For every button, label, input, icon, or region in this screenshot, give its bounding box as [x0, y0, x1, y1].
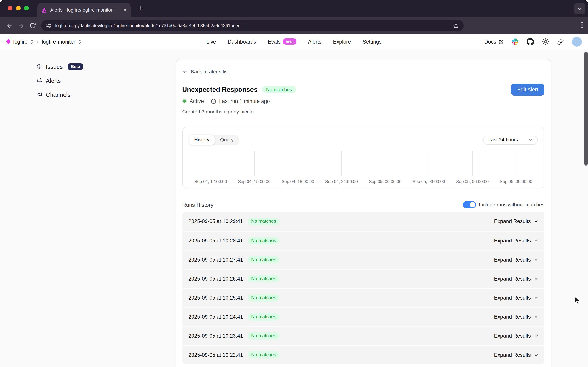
chart-x-label: Sep 04, 21:00:00	[320, 179, 363, 184]
tab-query[interactable]: Query	[215, 135, 239, 145]
chart-x-labels: Sep 04, 12:00:00Sep 04, 15:00:00Sep 04, …	[189, 179, 538, 184]
run-timestamp: 2025-09-05 at 10:28:41	[188, 238, 243, 243]
history-chart	[189, 150, 538, 176]
org-selector[interactable]: logfire	[13, 39, 28, 44]
run-no-matches-badge: No matches	[248, 313, 280, 320]
expand-results-button[interactable]: Expand Results	[494, 257, 538, 262]
time-range-select[interactable]: Last 24 hours	[483, 135, 538, 144]
back-button[interactable]	[3, 20, 15, 32]
run-no-matches-badge: No matches	[248, 237, 280, 244]
docs-link[interactable]: Docs	[484, 39, 504, 44]
expand-results-button[interactable]: Expand Results	[494, 276, 538, 282]
project-selector[interactable]: logfire-monitor	[42, 39, 76, 44]
run-timestamp: 2025-09-05 at 10:29:41	[188, 218, 243, 224]
run-row: 2025-09-05 at 10:27:41No matchesExpand R…	[182, 250, 545, 269]
window-controls[interactable]	[8, 6, 29, 10]
run-timestamp: 2025-09-05 at 10:22:41	[188, 352, 243, 358]
site-settings-icon[interactable]	[46, 23, 51, 28]
expand-results-button[interactable]: Expand Results	[494, 295, 538, 300]
run-row: 2025-09-05 at 10:22:41No matchesExpand R…	[182, 345, 545, 364]
run-no-matches-badge: No matches	[248, 351, 280, 359]
tab-search-button[interactable]	[574, 3, 585, 14]
run-timestamp: 2025-09-05 at 10:23:41	[188, 333, 243, 339]
expand-results-button[interactable]: Expand Results	[494, 333, 538, 339]
include-runs-label: Include runs without matches	[479, 202, 545, 208]
chevron-down-icon	[534, 238, 538, 243]
browser-tabstrip: Alerts · logfire/logfire-monitor ✕ +	[0, 0, 588, 17]
nav-item-settings[interactable]: Settings	[363, 39, 382, 44]
chevron-down-icon	[534, 219, 538, 223]
run-timestamp: 2025-09-05 at 10:27:41	[188, 257, 243, 262]
chevron-down-icon	[534, 295, 538, 300]
chart-gridline	[385, 150, 386, 175]
expand-results-button[interactable]: Expand Results	[494, 352, 538, 358]
chart-gridline	[254, 150, 255, 175]
active-dot-icon	[182, 99, 187, 103]
alert-detail-card: Back to alerts list Unexpected Responses…	[176, 59, 551, 367]
run-row: 2025-09-05 at 10:26:41No matchesExpand R…	[182, 269, 545, 288]
scrollbar-thumb[interactable]	[585, 52, 588, 166]
chart-x-label: Sep 05, 06:00:00	[451, 179, 494, 184]
url-bar[interactable]: logfire-us.pydantic.dev/logfire/logfire-…	[41, 20, 464, 32]
run-row: 2025-09-05 at 10:23:41No matchesExpand R…	[182, 326, 545, 345]
browser-menu-icon[interactable]	[581, 22, 583, 28]
header-right: Docs -	[484, 37, 582, 46]
external-link-icon	[499, 39, 504, 44]
runs-history-title: Runs History	[182, 201, 213, 208]
github-icon[interactable]	[527, 38, 534, 45]
issues-beta-badge: Beta	[68, 63, 83, 70]
maximize-window-button[interactable]	[24, 6, 29, 10]
breadcrumb-separator: /	[37, 39, 38, 44]
sidebar-item-alerts[interactable]: Alerts	[36, 76, 83, 85]
tab-history[interactable]: History	[189, 135, 215, 145]
chart-gridline	[429, 150, 429, 175]
run-no-matches-badge: No matches	[248, 217, 280, 225]
share-link-icon[interactable]	[557, 38, 564, 45]
tab-close-icon[interactable]: ✕	[123, 8, 127, 12]
nav-item-alerts[interactable]: Alerts	[308, 39, 321, 44]
url-text[interactable]: logfire-us.pydantic.dev/logfire/logfire-…	[55, 23, 450, 28]
forward-button[interactable]	[15, 20, 27, 32]
bookmark-star-icon[interactable]	[453, 23, 459, 29]
expand-results-button[interactable]: Expand Results	[494, 238, 538, 243]
theme-sun-icon[interactable]	[542, 38, 549, 45]
arrow-left-icon	[182, 69, 188, 75]
main-nav: LiveDashboardsEvalsbetaAlertsExploreSett…	[206, 38, 382, 45]
avatar[interactable]: -	[572, 37, 582, 46]
runs-list: 2025-09-05 at 10:29:41No matchesExpand R…	[182, 212, 545, 364]
minimize-window-button[interactable]	[16, 6, 21, 10]
run-row: 2025-09-05 at 10:28:41No matchesExpand R…	[182, 231, 545, 250]
nav-item-evals[interactable]: Evalsbeta	[268, 38, 296, 45]
new-tab-button[interactable]: +	[138, 4, 142, 12]
mouse-cursor	[574, 296, 580, 305]
tab-title: Alerts · logfire/logfire-monitor	[50, 7, 121, 13]
edit-alert-button[interactable]: Edit Alert	[511, 83, 545, 96]
browser-tab[interactable]: Alerts · logfire/logfire-monitor ✕	[37, 3, 131, 17]
nav-item-live[interactable]: Live	[206, 39, 216, 44]
expand-results-button[interactable]: Expand Results	[494, 314, 538, 320]
run-row: 2025-09-05 at 10:29:41No matchesExpand R…	[182, 212, 545, 231]
run-no-matches-badge: No matches	[248, 256, 280, 263]
browser-window: Alerts · logfire/logfire-monitor ✕ + log…	[0, 0, 588, 367]
run-timestamp: 2025-09-05 at 10:24:41	[188, 314, 243, 320]
chart-x-label: Sep 05, 03:00:00	[407, 179, 451, 184]
bell-icon	[36, 77, 43, 83]
slack-icon[interactable]	[512, 38, 518, 45]
close-window-button[interactable]	[8, 6, 12, 10]
status-badge: No matches	[262, 86, 296, 93]
run-no-matches-badge: No matches	[248, 294, 280, 301]
include-runs-toggle[interactable]	[463, 201, 476, 208]
breadcrumb: logfire / logfire-monitor	[6, 39, 81, 44]
chart-x-label: Sep 04, 15:00:00	[232, 179, 276, 184]
sidebar-item-channels[interactable]: Channels	[36, 90, 83, 99]
run-row: 2025-09-05 at 10:24:41No matchesExpand R…	[182, 307, 545, 326]
created-by-text: Created 3 months ago by nicola	[182, 108, 545, 116]
chart-gridline	[211, 150, 211, 175]
status-row: Active Last run 1 minute ago	[182, 97, 545, 105]
nav-item-explore[interactable]: Explore	[333, 39, 351, 44]
back-to-alerts-link[interactable]: Back to alerts list	[182, 68, 545, 75]
sidebar-item-issues[interactable]: IssuesBeta	[36, 62, 83, 71]
expand-results-button[interactable]: Expand Results	[494, 218, 538, 224]
nav-item-dashboards[interactable]: Dashboards	[228, 39, 256, 44]
reload-button[interactable]	[27, 20, 39, 32]
